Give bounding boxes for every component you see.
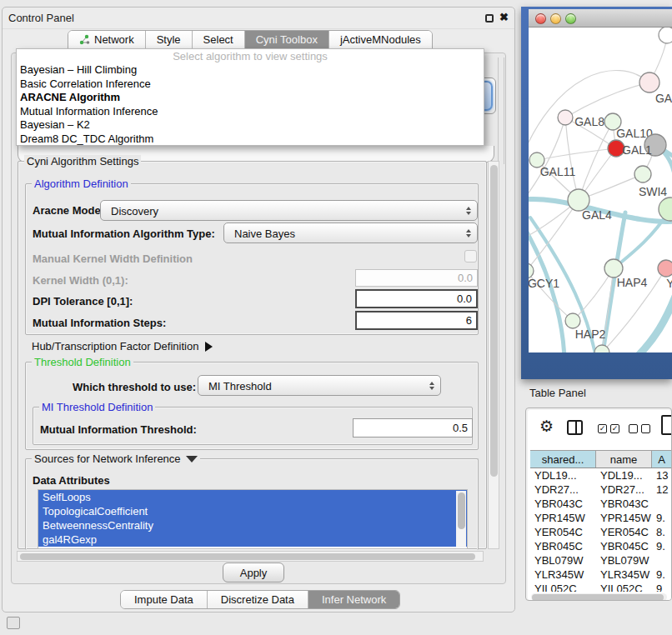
- mi-steps-input[interactable]: 6: [355, 311, 478, 330]
- attribute-item[interactable]: TopologicalCoefficient: [38, 504, 467, 518]
- popup-item[interactable]: Bayesian – Hill Climbing: [17, 63, 484, 78]
- mac-zoom-icon[interactable]: [565, 13, 576, 24]
- table-header-row: shared...nameA: [530, 450, 672, 468]
- node-unlabeled-top[interactable]: [659, 28, 672, 43]
- table-row[interactable]: YER054CYER054C8.: [530, 525, 672, 539]
- popup-item[interactable]: Dream8 DC_TDC Algorithm: [17, 132, 484, 147]
- table-row[interactable]: YBR043CYBR043C: [530, 497, 672, 511]
- table-horizontal-scrollbar[interactable]: [531, 593, 667, 601]
- table-cell: YLR345W: [530, 568, 596, 582]
- network-canvas[interactable]: GALGAL80GAL10GAL11GAL1GAL4SWI4GCY1HAP4YH…: [529, 28, 672, 352]
- aracne-mode-label: Aracne Mode:: [33, 204, 104, 217]
- float-window-icon[interactable]: [485, 14, 494, 22]
- attribute-item[interactable]: BetweennessCentrality: [38, 518, 467, 532]
- attribute-item[interactable]: gal4RGexp: [38, 532, 467, 547]
- bottom-tab-discretize-data[interactable]: Discretize Data: [208, 591, 308, 608]
- table-row[interactable]: YDR27...YDR27...12: [530, 482, 672, 497]
- manual-kernel-label: Manual Kernel Width Definition: [33, 252, 193, 265]
- table-cell: YLR345W: [596, 568, 652, 582]
- list-scrollbar[interactable]: [456, 491, 466, 548]
- table-row[interactable]: YDL19...YDL19...13: [530, 468, 672, 482]
- algorithm-definition-group: Algorithm Definition Aracne Mode: Discov…: [25, 183, 479, 335]
- close-icon[interactable]: ✖: [499, 11, 509, 23]
- table-cell: YDR27...: [596, 482, 652, 497]
- which-threshold-combo[interactable]: MI Threshold: [198, 375, 441, 396]
- tab-label: jActiveMNodules: [340, 33, 421, 46]
- settings-hscroll-thumb[interactable]: [20, 553, 475, 560]
- network-edge[interactable]: [565, 82, 649, 118]
- table-row[interactable]: YPR145WYPR145W9.: [530, 511, 672, 525]
- tab-cyni-toolbox[interactable]: Cyni Toolbox: [245, 31, 329, 48]
- node-gal80[interactable]: [558, 110, 573, 125]
- node-swi4-label: SWI4: [639, 185, 667, 198]
- node-swi4[interactable]: [659, 198, 672, 221]
- column-header[interactable]: name: [596, 451, 652, 468]
- table-cell: YER054C: [596, 525, 652, 539]
- mac-minimize-icon[interactable]: [550, 13, 561, 24]
- popup-item[interactable]: ARACNE Algorithm: [17, 91, 484, 105]
- popup-item[interactable]: Mutual Information Inference: [17, 105, 484, 119]
- node-hap2-label: HAP2: [575, 328, 606, 341]
- node-gal1[interactable]: [634, 166, 651, 182]
- collapsed-panel-icon[interactable]: [7, 617, 20, 629]
- bottom-tab-impute-data[interactable]: Impute Data: [121, 591, 208, 608]
- table-row[interactable]: YIL052CYIL052C9: [530, 582, 672, 592]
- node-gal11-label: GAL11: [540, 165, 576, 178]
- network-edge[interactable]: [565, 118, 579, 200]
- node-hap4-label: HAP4: [617, 276, 648, 289]
- table-row[interactable]: YBR045CYBR045C9.: [530, 539, 672, 553]
- network-edge[interactable]: [537, 148, 616, 160]
- deselect-all-columns-icon[interactable]: [629, 424, 650, 433]
- table-cell: YER054C: [530, 525, 596, 539]
- settings-horizontal-scrollbar[interactable]: [17, 551, 484, 562]
- tab-select[interactable]: Select: [193, 31, 245, 48]
- hub-definition-toggle[interactable]: Hub/Transcription Factor Definition: [32, 340, 213, 352]
- groupbox-edge-partial: [498, 58, 504, 164]
- node-hap2[interactable]: [565, 313, 580, 328]
- tab-style[interactable]: Style: [146, 31, 193, 48]
- tab-label: Select: [203, 33, 233, 46]
- settings-vscroll-thumb[interactable]: [490, 165, 498, 477]
- mi-type-combo[interactable]: Naive Bayes: [223, 222, 478, 243]
- network-edge[interactable]: [529, 200, 579, 271]
- manual-kernel-checkbox[interactable]: [464, 250, 477, 262]
- bottom-tab-infer-network[interactable]: Infer Network: [308, 591, 399, 608]
- select-all-columns-icon[interactable]: ✓✓: [598, 424, 619, 433]
- settings-group-title: Cyni Algorithm Settings: [24, 155, 141, 168]
- attribute-item[interactable]: SelfLoops: [38, 490, 467, 504]
- algorithm-definition-title: Algorithm Definition: [32, 178, 131, 190]
- apply-button[interactable]: Apply: [223, 562, 284, 582]
- table-cell: 9: [652, 582, 672, 592]
- popup-item[interactable]: Bayesian – K2: [17, 118, 484, 132]
- data-attributes-list[interactable]: SelfLoopsTopologicalCoefficientBetweenne…: [38, 489, 468, 549]
- settings-vertical-scrollbar[interactable]: [488, 161, 499, 549]
- tab-jactivemnodules[interactable]: jActiveMNodules: [329, 31, 432, 48]
- tab-network[interactable]: Network: [68, 31, 146, 48]
- table-cell: YIL052C: [596, 582, 652, 592]
- network-window-titlebar[interactable]: [529, 9, 672, 28]
- aracne-mode-combo[interactable]: Discovery: [100, 200, 478, 221]
- node-pink-right[interactable]: [658, 260, 672, 277]
- dpi-tolerance-input[interactable]: 0.0: [355, 289, 478, 308]
- popup-item[interactable]: Basic Correlation Inference: [17, 78, 484, 92]
- node-gal4-label: GAL4: [582, 208, 612, 222]
- bottom-tabstrip: Impute DataDiscretize DataInfer Network: [120, 590, 400, 609]
- gear-icon[interactable]: ⚙: [539, 418, 554, 436]
- table-hscroll-thumb[interactable]: [532, 594, 664, 601]
- columns-icon[interactable]: [567, 420, 583, 435]
- table-row[interactable]: YLR345WYLR345W9.: [530, 568, 672, 582]
- table-cell: 12: [652, 482, 672, 497]
- kernel-width-label: Kernel Width (0,1):: [33, 274, 128, 287]
- mac-close-icon[interactable]: [535, 13, 546, 24]
- node-gal-cut-label: GAL: [655, 92, 672, 105]
- mi-threshold-input[interactable]: 0.5: [353, 418, 473, 438]
- node-gal-cut[interactable]: [639, 72, 659, 92]
- column-header[interactable]: shared...: [530, 451, 596, 468]
- tab-label: Style: [157, 33, 181, 46]
- node-hap4[interactable]: [604, 259, 623, 278]
- list-scrollbar-thumb[interactable]: [458, 492, 465, 529]
- column-header[interactable]: A: [652, 451, 672, 468]
- tab-label: Cyni Toolbox: [256, 33, 318, 46]
- export-table-icon[interactable]: [661, 415, 672, 435]
- table-row[interactable]: YBL079WYBL079W: [530, 553, 672, 568]
